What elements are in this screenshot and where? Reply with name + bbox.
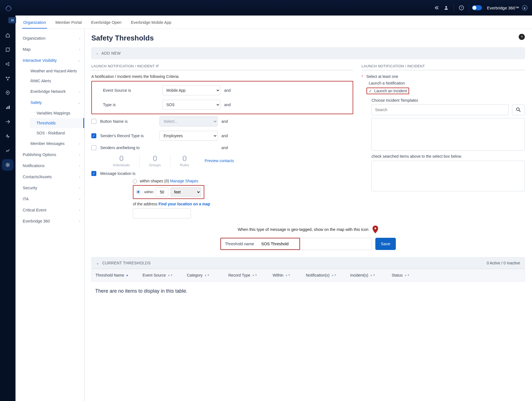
user-icon[interactable] — [441, 3, 451, 12]
rail-home-icon[interactable] — [3, 30, 12, 40]
sort-asc-icon[interactable]: ▲ — [126, 274, 129, 276]
counts: 0Individuals 0Groups 0Rules Preview cont… — [104, 154, 353, 167]
within-radio[interactable] — [136, 190, 140, 194]
type-label: Type is — [103, 103, 158, 107]
template-search-input[interactable] — [371, 104, 509, 115]
chevron-right-icon: › — [79, 186, 80, 190]
sidenav-map[interactable]: Map› — [17, 44, 84, 55]
current-thresholds-panel[interactable]: ⌄CURRENT THRESHOLDS 0 Active / 0 Inactiv… — [91, 257, 525, 269]
sidenav-sos-riskband[interactable]: SOS - RiskBand — [30, 128, 84, 138]
highlight-event-type: Event Source is Mobile App and Type is S… — [91, 81, 353, 114]
rail-trend-icon[interactable] — [3, 146, 12, 155]
svg-point-12 — [375, 228, 376, 229]
table-empty-message: There are no items to display in this ta… — [91, 282, 525, 301]
threshold-name-input[interactable] — [258, 238, 299, 249]
tab-member-portal[interactable]: Member Portal — [54, 17, 83, 29]
within-value-input[interactable] — [156, 187, 168, 197]
page-title: Safety Thresholds — [91, 34, 525, 42]
sidenav-safety[interactable]: Safety⌄ — [25, 97, 84, 108]
rail-chart-icon[interactable] — [3, 103, 12, 112]
add-new-panel[interactable]: ⌄ ADD NEW — [91, 47, 525, 59]
sidenav-thresholds[interactable]: Thresholds — [30, 118, 84, 128]
brand-toggle[interactable]: Everbridge 360™ ◐ — [472, 5, 528, 11]
sidenav-notifications[interactable]: Notifications› — [17, 160, 84, 171]
button-name-select[interactable]: Select... — [159, 116, 218, 126]
address-input[interactable] — [133, 208, 191, 218]
sidenav-weather-alerts[interactable]: Weather and Hazard Alerts — [25, 66, 84, 76]
chevron-down-icon: ⌄ — [96, 52, 99, 55]
search-button[interactable] — [512, 104, 525, 115]
senders-checkbox[interactable] — [91, 145, 96, 150]
rail-gear-icon[interactable] — [3, 160, 12, 170]
msg-location-label: Message location is — [100, 171, 156, 176]
sort-icon[interactable]: ▲▼ — [204, 274, 210, 276]
manage-shapes-link[interactable]: Manage Shapes — [170, 179, 198, 183]
preview-contacts-link[interactable]: Preview contacts — [205, 159, 234, 163]
chevron-right-icon: › — [79, 197, 80, 201]
threshold-name-label: Threshold name — [221, 238, 258, 249]
search-results-listbox[interactable] — [371, 118, 525, 151]
tab-organization[interactable]: Organization — [22, 17, 47, 29]
svg-point-11 — [516, 108, 519, 111]
sort-icon[interactable]: ▲▼ — [285, 274, 291, 276]
sort-icon[interactable]: ▲▼ — [404, 274, 410, 276]
svg-point-6 — [7, 92, 8, 93]
event-source-select[interactable]: Mobile App — [162, 85, 220, 95]
tab-everbridge-open[interactable]: Everbridge Open — [90, 17, 123, 29]
and-text: and — [224, 88, 231, 93]
search-icon — [516, 107, 521, 112]
map-pin-icon — [372, 226, 378, 233]
svg-rect-9 — [9, 106, 10, 109]
button-name-checkbox[interactable] — [91, 119, 96, 124]
launch-incident-checkbox[interactable]: ✓ — [369, 89, 372, 93]
sort-icon[interactable]: ▲▼ — [331, 274, 337, 276]
rail-plane-icon[interactable] — [3, 117, 12, 126]
svg-rect-8 — [7, 106, 8, 109]
selected-templates-listbox[interactable] — [371, 161, 525, 191]
sidenav-ita[interactable]: ITA› — [17, 193, 84, 205]
sidenav-member-messages[interactable]: Member Messages› — [25, 138, 84, 149]
record-type-select[interactable]: Employees — [159, 131, 218, 141]
groups-count: 0 — [153, 154, 157, 163]
within-unit-select[interactable]: feet — [171, 187, 201, 197]
rail-pin-icon[interactable] — [3, 88, 12, 98]
tab-mobile-app[interactable]: Everbridge Mobile App — [130, 17, 172, 29]
rail-map-icon[interactable] — [3, 45, 12, 54]
msg-location-checkbox[interactable]: ✓ — [91, 171, 96, 176]
sidenav-publishing-options[interactable]: Publishing Options› — [17, 149, 84, 160]
save-button[interactable]: Save — [375, 238, 396, 250]
record-type-checkbox[interactable]: ✓ — [91, 133, 96, 138]
highlight-within: within feet — [133, 185, 204, 199]
help-icon[interactable]: ? — [457, 3, 466, 12]
within-shapes-radio[interactable] — [133, 179, 137, 183]
highlight-launch-incident: ✓ Launch an Incident — [366, 88, 409, 94]
rail-expand-icon[interactable] — [8, 17, 16, 23]
toggle-icon[interactable] — [472, 5, 482, 10]
sidenav-rimc-alerts[interactable]: RIMC Alerts — [25, 76, 84, 86]
sidenav-contacts-assets[interactable]: Contacts/Assets› — [17, 171, 84, 182]
sidenav-everbridge-360[interactable]: Everbridge 360› — [17, 216, 84, 227]
threshold-name-input-extension[interactable] — [300, 238, 372, 250]
sidenav-organization[interactable]: Organization› — [17, 33, 84, 44]
sort-icon[interactable]: ▲▼ — [370, 274, 375, 276]
topbar: ? Everbridge 360™ ◐ — [0, 0, 532, 16]
sidenav-interactive-visibility[interactable]: Interactive Visibility⌄ — [17, 55, 84, 66]
sidenav-everbridge-network[interactable]: Everbridge Network› — [25, 86, 84, 97]
chevron-right-icon: › — [79, 142, 80, 145]
chevron-down-icon: ⌄ — [78, 101, 80, 104]
type-select[interactable]: SOS — [162, 100, 220, 110]
and-text: and — [221, 134, 228, 138]
rail-nodes-icon[interactable] — [3, 74, 12, 83]
chevron-right-icon: › — [79, 37, 80, 40]
sidenav-critical-event[interactable]: Critical Event› — [17, 205, 84, 216]
sort-icon[interactable]: ▲▼ — [252, 274, 257, 276]
sidenav-security[interactable]: Security› — [17, 182, 84, 193]
page-help-icon[interactable]: ? — [519, 34, 525, 40]
svg-rect-7 — [6, 108, 7, 109]
sidenav-variables-mappings[interactable]: Variables Mappings — [30, 108, 84, 118]
sort-icon[interactable]: ▲▼ — [167, 274, 173, 276]
find-location-link[interactable]: Find your location on a map — [159, 202, 210, 206]
rail-pulse-icon[interactable] — [3, 131, 12, 141]
collapse-icon[interactable] — [432, 3, 441, 12]
rail-megaphone-icon[interactable] — [3, 59, 12, 69]
